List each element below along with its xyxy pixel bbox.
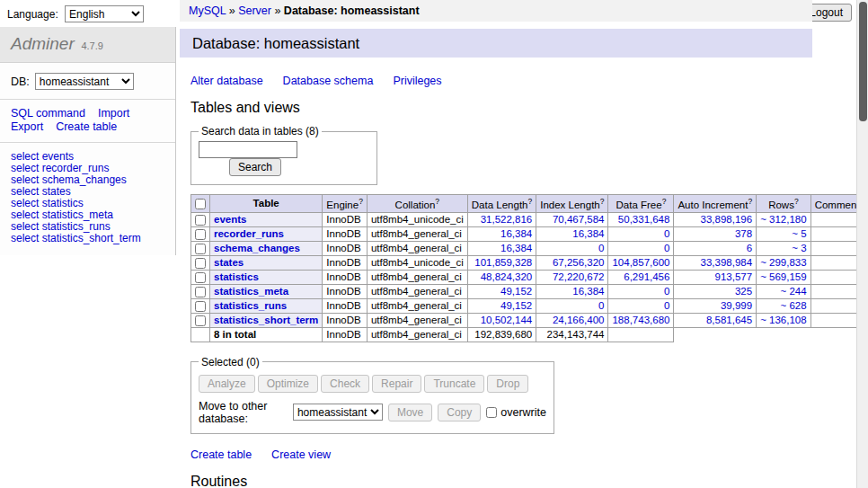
cell-index-length-link[interactable]: 70,467,584 (553, 214, 605, 225)
cell-data-free-link[interactable]: 0 (664, 228, 669, 239)
overwrite-checkbox[interactable] (486, 407, 497, 418)
sidebar-link-export[interactable]: Export (11, 120, 43, 133)
row-checkbox-states[interactable] (195, 258, 206, 269)
total-empty-cell (191, 327, 210, 342)
table-link-events[interactable]: events (214, 214, 246, 225)
cell-data-free-link[interactable]: 50,331,648 (618, 214, 670, 225)
cell-auto-increment-link[interactable]: 39,999 (721, 300, 752, 311)
cell-data-free: 50,331,648 (608, 212, 674, 226)
cell-auto-increment-link[interactable]: 378 (735, 228, 752, 239)
cell-data-length-link[interactable]: 16,384 (500, 243, 532, 253)
table-link-statistics-short-term[interactable]: statistics_short_term (214, 315, 318, 325)
action-button-optimize[interactable]: Optimize (258, 375, 318, 393)
cell-data-length-link[interactable]: 31,522,816 (481, 214, 533, 225)
cell-auto-increment-link[interactable]: 33,398,984 (701, 257, 753, 268)
sidebar-link-sql-command[interactable]: SQL command (11, 107, 85, 120)
cell-rows-link[interactable]: ~ 628 (781, 300, 807, 311)
table-link-states[interactable]: states (214, 257, 244, 268)
scrollbar-thumb[interactable] (859, 2, 867, 121)
cell-data-free-link[interactable]: 188,743,680 (612, 315, 669, 325)
table-link-statistics[interactable]: statistics (214, 271, 259, 282)
cell-data-length-link[interactable]: 10,502,144 (481, 315, 533, 325)
table-link-statistics-meta[interactable]: statistics_meta (214, 286, 288, 297)
nav-link-database-schema[interactable]: Database schema (283, 75, 374, 87)
cell-data-length-link[interactable]: 48,824,320 (481, 271, 533, 282)
cell-data-free-link[interactable]: 0 (664, 243, 669, 253)
link-create-view[interactable]: Create view (271, 448, 331, 461)
table-link-schema-changes[interactable]: schema_changes (214, 243, 300, 253)
link-create-table[interactable]: Create table (190, 448, 252, 461)
cell-data-free-link[interactable]: 0 (664, 300, 669, 311)
cell-index-length-link[interactable]: 0 (598, 243, 604, 253)
table-row: schema_changesInnoDButf8mb4_general_ci16… (191, 241, 868, 255)
cell-index-length-link[interactable]: 24,166,400 (553, 315, 605, 325)
cell-auto-increment-link[interactable]: 913,577 (715, 271, 753, 282)
cell-auto-increment: 325 (674, 284, 757, 298)
row-checkbox-events[interactable] (195, 215, 206, 226)
move-button[interactable]: Move (388, 404, 432, 421)
cell-data-free-link[interactable]: 104,857,600 (612, 257, 669, 268)
scrollbar[interactable] (856, 0, 868, 488)
cell-auto-increment-link[interactable]: 325 (735, 286, 752, 297)
cell-data-length-link[interactable]: 101,859,328 (474, 257, 532, 268)
action-button-drop[interactable]: Drop (487, 375, 528, 393)
sidebar-link-import[interactable]: Import (98, 107, 129, 120)
language-control: Language: English (7, 5, 144, 22)
row-checkbox-recorder-runs[interactable] (195, 229, 206, 240)
action-button-repair[interactable]: Repair (372, 375, 421, 393)
row-checkbox-statistics-runs[interactable] (195, 301, 206, 312)
table-link-recorder-runs[interactable]: recorder_runs (214, 228, 284, 239)
cell-data-free-link[interactable]: 0 (664, 286, 669, 297)
db-select[interactable]: homeassistant (35, 73, 134, 90)
cell-rows-link[interactable]: ~ 136,108 (760, 315, 806, 325)
table-link-statistics-runs[interactable]: statistics_runs (214, 300, 287, 311)
cell-auto-increment: 6 (674, 241, 757, 255)
action-button-check[interactable]: Check (321, 375, 369, 393)
nav-link-privileges[interactable]: Privileges (393, 75, 441, 87)
cell-rows-link[interactable]: ~ 3 (792, 243, 806, 253)
cell-auto-increment-link[interactable]: 33,898,196 (701, 214, 753, 225)
row-checkbox-statistics[interactable] (195, 272, 206, 283)
create-links-row: Create tableCreate view (190, 448, 812, 461)
copy-button[interactable]: Copy (438, 404, 481, 421)
search-input[interactable] (199, 141, 297, 158)
cell-rows-link[interactable]: ~ 244 (781, 286, 807, 297)
column-header-table: Table (210, 195, 323, 213)
move-db-select[interactable]: homeassistant (293, 404, 383, 421)
cell-index-length-link[interactable]: 72,220,672 (553, 271, 605, 282)
cell-rows-link[interactable]: ~ 299,833 (760, 257, 806, 268)
cell-rows-link[interactable]: ~ 312,180 (760, 214, 806, 225)
cell-index-length-link[interactable]: 67,256,320 (553, 257, 605, 268)
cell-data-length-link[interactable]: 16,384 (500, 228, 532, 239)
cell-data-length-link[interactable]: 49,152 (500, 286, 532, 297)
action-button-truncate[interactable]: Truncate (424, 375, 484, 393)
row-checkbox-statistics-meta[interactable] (195, 287, 206, 297)
language-label: Language: (7, 8, 58, 21)
breadcrumb-link-server[interactable]: Server (238, 4, 271, 17)
cell-index-length-link[interactable]: 16,384 (572, 228, 604, 239)
cell-rows-link[interactable]: ~ 569,159 (760, 271, 806, 282)
cell-index-length-link[interactable]: 16,384 (572, 286, 604, 297)
column-header-engine: Engine? (323, 195, 368, 213)
breadcrumb-separator: » (226, 4, 238, 17)
cell-auto-increment-link[interactable]: 8,581,645 (706, 315, 752, 325)
cell-table-name: statistics_meta (210, 284, 323, 298)
language-select[interactable]: English (65, 5, 144, 22)
tables-table: TableEngine?Collation?Data Length?Index … (190, 194, 868, 342)
table-row: statisticsInnoDButf8mb4_general_ci48,824… (191, 270, 868, 284)
sidebar-item-select-statistics-short-term[interactable]: select statistics_short_term (11, 233, 164, 244)
select-all-checkbox[interactable] (195, 199, 206, 209)
nav-link-alter-database[interactable]: Alter database (190, 75, 263, 87)
search-button[interactable]: Search (229, 158, 281, 176)
cell-rows-link[interactable]: ~ 5 (792, 228, 806, 239)
sidebar-link-create-table[interactable]: Create table (56, 120, 117, 133)
action-button-analyze[interactable]: Analyze (199, 375, 255, 393)
row-checkbox-schema-changes[interactable] (195, 244, 206, 254)
cell-data-length-link[interactable]: 49,152 (500, 300, 532, 311)
cell-data-free-link[interactable]: 6,291,456 (624, 271, 669, 282)
row-checkbox-statistics-short-term[interactable] (195, 315, 206, 326)
breadcrumb-link-mysql[interactable]: MySQL (189, 4, 226, 17)
cell-index-length-link[interactable]: 0 (598, 300, 604, 311)
cell-auto-increment-link[interactable]: 6 (747, 243, 752, 253)
total-data-free (608, 327, 674, 342)
